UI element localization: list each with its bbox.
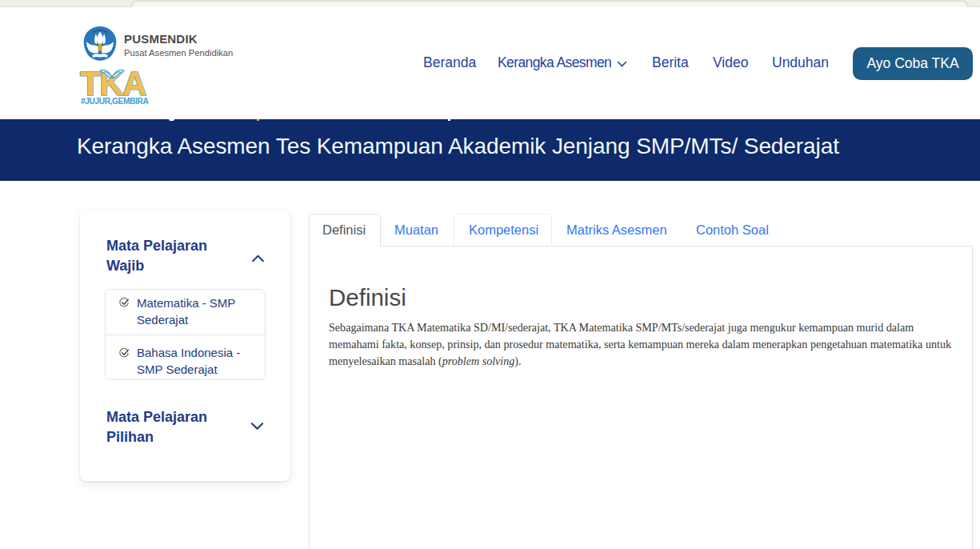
svg-text:#JUJUR,GEMBIRA: #JUJUR,GEMBIRA <box>81 97 149 106</box>
